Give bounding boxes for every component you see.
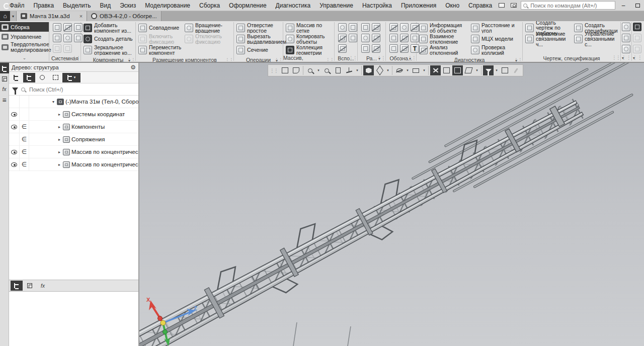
geometry-collection-button[interactable]: Коллекция геометрии xyxy=(286,45,332,55)
object-info-button[interactable]: Информация об объекте xyxy=(419,23,469,33)
orientation-icon[interactable] xyxy=(344,65,354,75)
menu-layout[interactable]: Оформление xyxy=(224,1,271,11)
expander-icon[interactable]: ▸ xyxy=(56,150,62,154)
add-rotate-icon[interactable] xyxy=(622,45,630,53)
coincidence-button[interactable]: Совпадение xyxy=(138,23,183,33)
tree-row-array-1[interactable]: ∈ ▸ Массив по концентрической сетке:1 xyxy=(9,146,138,158)
notation1-icon[interactable] xyxy=(389,23,398,32)
hide-objects-icon[interactable] xyxy=(394,65,405,75)
section-button[interactable]: Сечение xyxy=(236,45,286,55)
menu-diagnostics[interactable]: Диагностика xyxy=(271,1,315,11)
variables-panel-toggle[interactable]: fx xyxy=(0,84,9,95)
expander-icon[interactable]: ▸ xyxy=(56,162,62,167)
home-dropdown[interactable]: ▾ xyxy=(10,11,17,21)
menu-help[interactable]: Справка xyxy=(464,1,497,11)
switcher-collapse-icon[interactable]: ⌄ xyxy=(0,55,49,60)
tab-close-icon[interactable]: × xyxy=(79,13,83,19)
tree-row-components[interactable]: ∈ ▸ Компоненты xyxy=(9,121,138,133)
aux-lcs-icon[interactable] xyxy=(349,34,357,42)
surface4-icon[interactable] xyxy=(372,34,380,42)
tab-tree[interactable] xyxy=(11,281,23,291)
tree-filter-button[interactable]: ▾ xyxy=(62,73,80,82)
surface6-icon[interactable] xyxy=(372,44,380,53)
menu-sketch[interactable]: Эскиз xyxy=(115,1,140,11)
command-search-input[interactable] xyxy=(529,2,613,9)
menu-management[interactable]: Управление xyxy=(315,1,358,11)
display-dropdown[interactable]: ▾ xyxy=(385,68,390,72)
menu-applications[interactable]: Приложения xyxy=(396,1,441,11)
filter-dropdown[interactable]: ▾ xyxy=(494,68,499,72)
isolate-box-icon[interactable] xyxy=(500,65,510,75)
shaded-display-icon[interactable] xyxy=(363,65,374,75)
notation6-icon[interactable] xyxy=(411,34,419,42)
switcher-management[interactable]: Управление xyxy=(0,32,49,41)
show-area-icon[interactable] xyxy=(291,65,301,75)
save-icon[interactable] xyxy=(74,23,83,32)
array-by-grid-button[interactable]: Массив по сетке xyxy=(286,23,332,33)
tree-row-coord-systems[interactable]: ▸ Системы координат xyxy=(9,108,138,121)
minimize-button[interactable]: – xyxy=(617,1,629,10)
mass-properties-button[interactable]: МЦХ модели xyxy=(471,34,520,44)
restore-button[interactable] xyxy=(631,1,643,10)
expander-icon[interactable]: ▸ xyxy=(56,112,62,117)
menu-modeling[interactable]: Моделирование xyxy=(140,1,195,11)
switcher-assembly[interactable]: Сборка xyxy=(0,22,49,32)
manage-linked-drawings-button[interactable]: Управление связанными ч... xyxy=(525,34,572,44)
tree-row-mates[interactable]: ∈ ▸ Сопряжения xyxy=(9,133,138,146)
menu-select[interactable]: Выделить xyxy=(58,1,95,11)
tree-selection-button[interactable] xyxy=(49,73,61,82)
pan-icon[interactable] xyxy=(333,65,343,75)
manage-linked-specs-button[interactable]: Управление связанными с... xyxy=(574,34,618,44)
filter-objects-icon[interactable] xyxy=(483,65,494,75)
zoom-in-icon[interactable] xyxy=(321,65,332,75)
cut-extrude-button[interactable]: Вырезать выдавливанием xyxy=(236,34,286,44)
clip-tool-icon[interactable] xyxy=(633,23,641,31)
switcher-solid-modeling[interactable]: Твердотельное моделирование xyxy=(0,41,49,53)
notation7-icon[interactable] xyxy=(389,44,398,53)
home-button[interactable]: ⌂ xyxy=(0,11,10,21)
mast-3d-model[interactable] xyxy=(139,63,643,346)
surface-icon[interactable] xyxy=(361,23,370,32)
menu-assembly[interactable]: Сборка xyxy=(195,1,224,11)
eye-icon[interactable] xyxy=(11,112,17,117)
eye-icon[interactable] xyxy=(11,150,17,154)
snap-icon[interactable] xyxy=(430,65,441,75)
menu-view[interactable]: Вид xyxy=(95,1,115,11)
show-all-icon[interactable] xyxy=(280,65,290,75)
create-part-button[interactable]: Создать деталь xyxy=(84,34,133,44)
collision-check-button[interactable]: Проверка коллизий xyxy=(471,45,520,55)
menu-window[interactable]: Окно xyxy=(441,1,464,11)
tree-panel-toggle[interactable] xyxy=(0,63,9,73)
zoom-icon[interactable] xyxy=(305,65,315,75)
tree-view-structure-button[interactable] xyxy=(23,73,35,82)
text-tool-icon[interactable]: T xyxy=(411,44,419,53)
aux-point-icon[interactable] xyxy=(349,23,357,32)
distance-angle-button[interactable]: Расстояние и угол xyxy=(471,23,520,33)
surface2-icon[interactable] xyxy=(372,23,380,32)
add-component-button[interactable]: Добавить компонент из... xyxy=(84,23,133,33)
surface3-icon[interactable] xyxy=(361,34,370,42)
menu-settings[interactable]: Настройка xyxy=(358,1,396,11)
tree-search-input[interactable] xyxy=(28,86,135,93)
expander-icon[interactable]: ▾ xyxy=(50,100,56,104)
tab-variables[interactable]: fx xyxy=(37,281,49,291)
mutual-deviation-button[interactable]: Взаимное отклонение xyxy=(419,34,469,44)
views-dropdown[interactable]: ▾ xyxy=(422,68,427,72)
notation5-icon[interactable] xyxy=(400,34,409,42)
mirror-component-button[interactable]: Зеркальное отражение ко... xyxy=(84,45,133,55)
move-component-button[interactable]: Переместить компонент xyxy=(138,45,183,55)
eye-icon[interactable] xyxy=(11,125,17,129)
add-point-icon[interactable] xyxy=(622,23,630,31)
expander-icon[interactable]: ▸ xyxy=(56,137,62,142)
tree-row-array-2[interactable]: ∈ ▸ Массив по концентрической сетке:2 xyxy=(9,158,138,171)
print-icon[interactable] xyxy=(53,34,61,42)
new-doc-icon[interactable] xyxy=(53,23,61,32)
save-as-icon[interactable] xyxy=(74,34,83,42)
expander-icon[interactable]: ▸ xyxy=(56,125,62,129)
notation8-icon[interactable] xyxy=(400,44,409,53)
screenshot-icon[interactable] xyxy=(509,2,519,10)
notation4-icon[interactable] xyxy=(389,34,398,42)
viewport-3d[interactable]: ⋮⋮ ▾ ▾ ▾ ▾ ▾ ▾ ▾ xyxy=(139,63,644,346)
menu-edit[interactable]: Правка xyxy=(29,1,59,11)
tree-row-root[interactable]: ▾ (-)Мачта 31м (Тел-0, Сборочных едини xyxy=(9,96,138,108)
